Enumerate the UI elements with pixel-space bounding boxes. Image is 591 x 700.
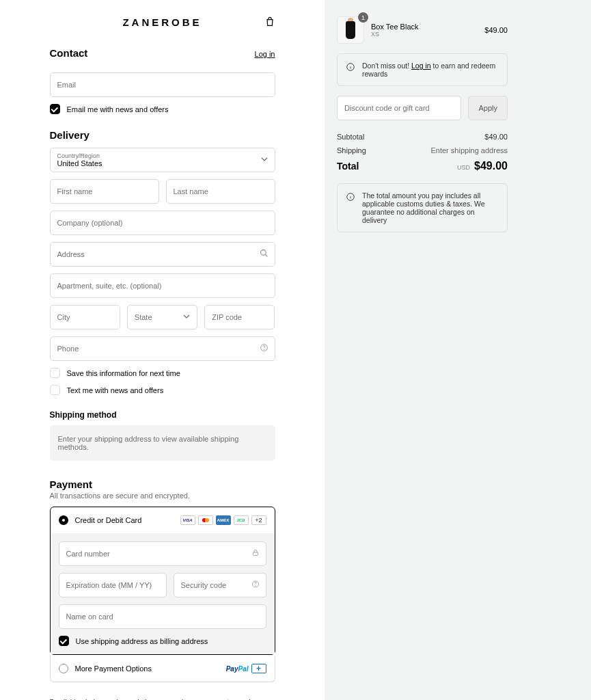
- use-shipping-label: Use shipping address as billing address: [76, 637, 208, 645]
- country-label: Country/Region: [57, 152, 268, 159]
- zip-field[interactable]: [204, 305, 275, 329]
- paypal-icon: PayPal: [226, 665, 249, 673]
- product-price: $49.00: [484, 26, 508, 34]
- total-label: Total: [337, 161, 359, 172]
- login-rewards-banner: Don't miss out! Log in to earn and redee…: [337, 53, 508, 86]
- save-info-checkbox[interactable]: [50, 368, 60, 378]
- text-news-checkbox[interactable]: [50, 385, 60, 395]
- subtotal-label: Subtotal: [337, 133, 364, 141]
- state-select[interactable]: State: [127, 305, 197, 329]
- card-expiry-field[interactable]: [59, 573, 167, 597]
- cart-item: 1 Box Tee Black XS $49.00: [337, 16, 508, 44]
- product-variant: XS: [371, 31, 419, 38]
- payment-method-credit[interactable]: Credit or Debit Card VISA AMEX JCB +2: [51, 507, 275, 533]
- email-news-checkbox[interactable]: [50, 104, 60, 114]
- more-options-radio[interactable]: [59, 664, 68, 673]
- shipping-method-note: Enter your shipping address to view avai…: [50, 425, 275, 461]
- payment-subtitle: All transactions are secure and encrypte…: [50, 492, 275, 500]
- info-icon: [346, 62, 355, 73]
- svg-rect-3: [253, 552, 258, 556]
- phone-field[interactable]: [50, 336, 275, 361]
- delivery-title: Delivery: [50, 129, 275, 141]
- currency-label: USD: [457, 164, 470, 171]
- last-name-field[interactable]: [166, 179, 275, 204]
- svg-point-5: [255, 586, 256, 587]
- shipping-method-title: Shipping method: [50, 410, 275, 420]
- credit-radio[interactable]: [59, 515, 68, 525]
- save-info-label: Save this information for next time: [67, 369, 180, 377]
- svg-point-2: [264, 349, 264, 350]
- help-icon[interactable]: [260, 343, 269, 354]
- search-icon: [260, 249, 269, 260]
- mastercard-icon: [198, 515, 213, 525]
- plus-icon: +: [251, 664, 266, 673]
- shipping-value: Enter shipping address: [430, 146, 508, 154]
- more-brands-badge[interactable]: +2: [251, 515, 266, 525]
- payment-method-more[interactable]: More Payment Options PayPal +: [50, 656, 275, 682]
- text-news-label: Text me with news and offers: [67, 386, 164, 394]
- use-shipping-checkbox[interactable]: [59, 636, 69, 646]
- lock-icon: [251, 549, 260, 559]
- card-number-field[interactable]: [59, 541, 266, 566]
- amex-icon: AMEX: [216, 515, 231, 525]
- product-thumbnail: 1: [337, 16, 364, 44]
- brand-logo[interactable]: ZANEROBE: [122, 16, 202, 28]
- duties-note: The total amount you pay includes all ap…: [337, 183, 508, 232]
- chevron-down-icon: [183, 313, 190, 321]
- more-options-label: More Payment Options: [75, 664, 152, 673]
- subtotal-value: $49.00: [484, 133, 508, 141]
- credit-label: Credit or Debit Card: [75, 516, 142, 524]
- product-name: Box Tee Black: [371, 23, 419, 31]
- country-select[interactable]: Country/Region United States: [50, 148, 275, 172]
- state-placeholder: State: [135, 313, 152, 321]
- payment-title: Payment: [50, 479, 275, 490]
- total-value: $49.00: [474, 160, 508, 172]
- email-news-label: Email me with news and offers: [67, 105, 169, 113]
- help-icon[interactable]: [251, 580, 260, 591]
- shipping-label: Shipping: [337, 146, 366, 154]
- login-link[interactable]: Log in: [255, 50, 275, 58]
- discount-code-field[interactable]: [337, 96, 461, 120]
- qty-badge: 1: [358, 12, 368, 23]
- svg-point-0: [260, 250, 266, 256]
- address-field[interactable]: [50, 242, 275, 267]
- country-value: United States: [57, 159, 102, 167]
- contact-title: Contact: [50, 47, 88, 59]
- cart-icon[interactable]: [264, 16, 275, 29]
- first-name-field[interactable]: [50, 179, 159, 204]
- apply-button[interactable]: Apply: [468, 96, 508, 120]
- visa-icon: VISA: [180, 515, 195, 525]
- email-field[interactable]: [50, 72, 275, 97]
- company-field[interactable]: [50, 211, 275, 235]
- banner-login-link[interactable]: Log in: [411, 62, 431, 70]
- jcb-icon: JCB: [234, 515, 249, 525]
- terms-text: By clicking below and completing your or…: [50, 697, 275, 700]
- info-icon: [346, 192, 355, 203]
- card-brands: VISA AMEX JCB +2: [180, 515, 266, 525]
- apartment-field[interactable]: [50, 273, 275, 298]
- city-field[interactable]: [50, 305, 120, 329]
- card-name-field[interactable]: [59, 604, 266, 629]
